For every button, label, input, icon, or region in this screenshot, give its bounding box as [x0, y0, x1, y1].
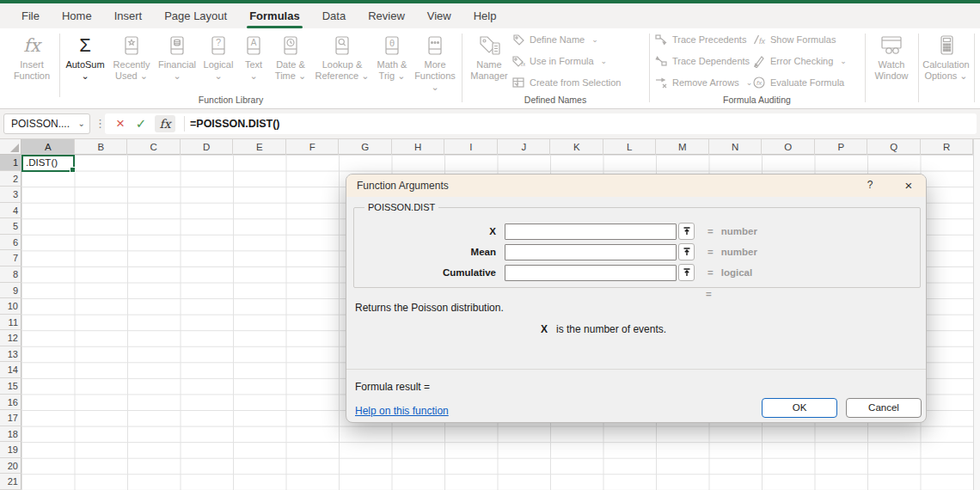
- svg-text:fx: fx: [521, 61, 525, 67]
- tab-data[interactable]: Data: [311, 3, 357, 28]
- row-header-9[interactable]: 9: [0, 283, 21, 299]
- dialog-help-button[interactable]: ?: [862, 179, 878, 191]
- row-header-8[interactable]: 8: [0, 266, 21, 283]
- chevron-down-icon[interactable]: ⌄: [78, 114, 85, 133]
- watch-window-button[interactable]: Watch Window: [865, 28, 918, 82]
- insert-function-fx-button[interactable]: fx: [155, 115, 175, 132]
- calculation-options-button[interactable]: Calculation Options ⌄: [918, 28, 974, 82]
- svg-text:θ: θ: [389, 38, 395, 48]
- dialog-close-button[interactable]: ×: [900, 178, 917, 193]
- column-header-J[interactable]: J: [498, 139, 551, 155]
- show-formulas-button[interactable]: fx Show Formulas: [752, 31, 836, 48]
- column-header-Q[interactable]: Q: [867, 139, 921, 155]
- row-header-13[interactable]: 13: [0, 346, 21, 363]
- column-header-N[interactable]: N: [709, 139, 763, 155]
- row-header-6[interactable]: 6: [0, 235, 21, 251]
- column-header-R[interactable]: R: [921, 139, 974, 155]
- evaluate-formula-button[interactable]: fx Evaluate Formula: [752, 74, 844, 91]
- range-selector-button-cumulative[interactable]: [678, 264, 695, 281]
- tab-formulas[interactable]: Formulas: [238, 3, 311, 28]
- row-header-20[interactable]: 20: [0, 458, 21, 475]
- range-selector-button-mean[interactable]: [678, 243, 695, 260]
- row-header-10[interactable]: 10: [0, 298, 21, 315]
- help-on-function-link[interactable]: Help on this function: [355, 405, 449, 417]
- insert-function-button[interactable]: fx Insert Function: [7, 28, 57, 82]
- trace-dependents-button[interactable]: Trace Dependents: [654, 52, 750, 70]
- lookup-reference-button[interactable]: Lookup & Reference ⌄: [312, 28, 372, 82]
- row-header-12[interactable]: 12: [0, 330, 21, 346]
- arg-type-x: number: [721, 226, 757, 236]
- column-header-L[interactable]: L: [603, 139, 657, 155]
- divider: [346, 369, 926, 370]
- select-all-button[interactable]: [0, 139, 21, 155]
- svg-text:A: A: [251, 38, 257, 47]
- trace-precedents-button[interactable]: Trace Precedents: [654, 31, 746, 48]
- recently-used-button[interactable]: Recently Used ⌄: [107, 28, 156, 82]
- cancel-entry-button[interactable]: ×: [110, 114, 131, 133]
- date-time-button[interactable]: Date & Time ⌄: [269, 28, 312, 82]
- row-header-5[interactable]: 5: [0, 218, 21, 235]
- financial-button[interactable]: Financial ⌄: [156, 28, 199, 82]
- row-header-2[interactable]: 2: [0, 171, 21, 187]
- column-header-A[interactable]: A: [21, 139, 75, 155]
- more-functions-button[interactable]: More Functions ⌄: [412, 28, 458, 93]
- ribbon: fx Insert Function Σ AutoSum ⌄ Recently …: [0, 28, 980, 109]
- column-header-M[interactable]: M: [656, 139, 709, 155]
- math-trig-button[interactable]: θ Math & Trig ⌄: [372, 28, 412, 82]
- tab-home[interactable]: Home: [51, 3, 103, 28]
- use-in-formula-button[interactable]: fx Use in Formula ⌄: [511, 52, 607, 70]
- arg-input-x[interactable]: [505, 224, 677, 240]
- column-header-H[interactable]: H: [392, 139, 445, 155]
- name-manager-button[interactable]: Name Manager: [469, 28, 510, 82]
- row-header-19[interactable]: 19: [0, 442, 21, 458]
- cancel-button[interactable]: Cancel: [846, 398, 922, 418]
- equals-sign: =: [707, 267, 714, 278]
- formula-text[interactable]: =POISSON.DIST(): [190, 118, 280, 130]
- tab-view[interactable]: View: [416, 3, 462, 28]
- tab-help[interactable]: Help: [462, 3, 508, 28]
- tab-file[interactable]: File: [10, 3, 51, 28]
- tab-review[interactable]: Review: [357, 3, 416, 28]
- row-header-1[interactable]: 1: [0, 155, 21, 171]
- column-header-O[interactable]: O: [762, 139, 815, 155]
- arg-input-mean[interactable]: [505, 244, 677, 260]
- formula-result-label: Formula result =: [355, 381, 430, 393]
- tab-page-layout[interactable]: Page Layout: [153, 3, 238, 28]
- column-header-F[interactable]: F: [286, 139, 340, 155]
- column-header-B[interactable]: B: [75, 139, 128, 155]
- row-header-16[interactable]: 16: [0, 395, 21, 411]
- row-header-11[interactable]: 11: [0, 315, 21, 331]
- column-header-I[interactable]: I: [444, 139, 498, 155]
- column-header-K[interactable]: K: [550, 139, 603, 155]
- column-header-D[interactable]: D: [181, 139, 234, 155]
- row-header-3[interactable]: 3: [0, 187, 21, 203]
- row-header-18[interactable]: 18: [0, 426, 21, 443]
- range-selector-button-x[interactable]: [678, 223, 695, 240]
- remove-arrows-button[interactable]: Remove Arrows ⌄: [654, 74, 752, 91]
- row-header-4[interactable]: 4: [0, 203, 21, 219]
- arg-input-cumulative[interactable]: [505, 265, 677, 281]
- name-box[interactable]: POISSON.... ⌄: [3, 113, 90, 134]
- column-header-G[interactable]: G: [339, 139, 392, 155]
- ok-button[interactable]: OK: [762, 398, 837, 418]
- active-cell-a1[interactable]: .DIST(): [21, 155, 75, 172]
- error-checking-button[interactable]: Error Checking ⌄: [752, 52, 847, 70]
- row-header-7[interactable]: 7: [0, 250, 21, 266]
- enter-entry-button[interactable]: ✓: [131, 114, 151, 133]
- tab-insert[interactable]: Insert: [103, 3, 154, 28]
- create-from-selection-button[interactable]: Create from Selection: [511, 74, 621, 91]
- chevron-down-icon: ⌄: [601, 57, 608, 65]
- column-header-C[interactable]: C: [127, 139, 181, 155]
- row-header-15[interactable]: 15: [0, 378, 21, 395]
- define-name-button[interactable]: Define Name ⌄: [511, 31, 598, 48]
- collapse-dialog-icon: [682, 226, 692, 236]
- autosum-button[interactable]: Σ AutoSum ⌄: [63, 28, 107, 82]
- column-header-E[interactable]: E: [233, 139, 286, 155]
- row-header-21[interactable]: 21: [0, 474, 21, 490]
- row-header-14[interactable]: 14: [0, 362, 21, 378]
- logical-button[interactable]: ? Logical ⌄: [199, 28, 238, 82]
- column-header-P[interactable]: P: [815, 139, 868, 155]
- dialog-titlebar[interactable]: Function Arguments: [346, 175, 926, 197]
- row-header-17[interactable]: 17: [0, 410, 21, 426]
- text-button[interactable]: A Text ⌄: [238, 28, 269, 82]
